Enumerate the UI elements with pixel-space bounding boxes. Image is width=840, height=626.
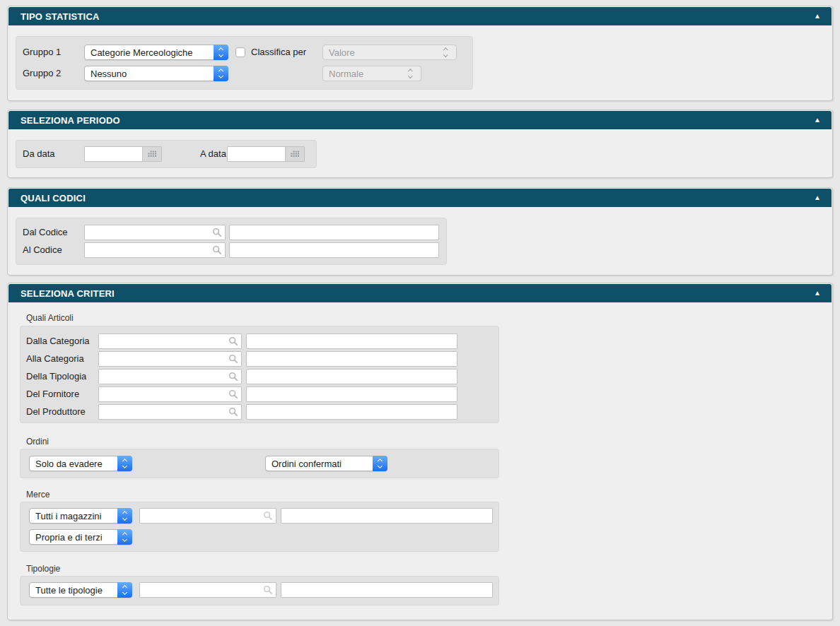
della-tipologia-search-field (98, 369, 242, 384)
search-icon (263, 511, 273, 521)
al-codice-search-field (84, 242, 226, 258)
calendar-icon[interactable] (285, 147, 304, 161)
del-fornitore-desc-input[interactable] (246, 386, 457, 402)
ordini-evasione-select-value: Solo da evadere (35, 459, 115, 469)
search-icon (212, 228, 222, 237)
chevron-updown-icon (117, 508, 132, 524)
merce-magazzino-desc-input[interactable] (281, 508, 493, 524)
dalla-categoria-label: Dalla Categoria (26, 336, 90, 347)
gruppo2-select[interactable]: Nessuno (84, 66, 228, 81)
gruppo1-select-value: Categorie Merceologiche (91, 47, 211, 58)
search-icon (228, 389, 238, 399)
del-fornitore-search-field (98, 386, 242, 402)
della-tipologia-input[interactable] (98, 369, 242, 384)
ordini-section-label: Ordini (26, 437, 49, 447)
dalla-categoria-search-field (98, 333, 242, 349)
tipologie-select[interactable]: Tutte le tipologie (29, 582, 132, 598)
dalla-categoria-input[interactable] (98, 333, 242, 349)
tipologie-desc-input[interactable] (281, 582, 493, 598)
panel-header-seleziona-criteri[interactable]: SELEZIONA CRITERI ▲ (8, 284, 832, 302)
panel-body: Da data A data (8, 130, 832, 179)
classifica-modo-select-value: Normale (329, 69, 404, 79)
search-icon (228, 372, 238, 382)
da-data-label: Da data (23, 148, 55, 160)
gruppo1-select[interactable]: Categorie Merceologiche (84, 45, 228, 60)
merce-magazzini-select-value: Tutti i magazzini (35, 511, 115, 521)
gruppo2-label: Gruppo 2 (23, 68, 61, 79)
collapse-arrow-icon[interactable]: ▲ (814, 189, 832, 207)
panel-header-quali-codici[interactable]: QUALI CODICI ▲ (8, 189, 832, 207)
dal-codice-desc-input[interactable] (229, 225, 439, 240)
panel-title: TIPO STATISTICA (8, 11, 100, 22)
panel-seleziona-criteri: SELEZIONA CRITERI ▲ Quali Articoli Dalla… (7, 283, 833, 620)
panel-body: Quali Articoli Dalla Categoria Alla Cate… (8, 303, 832, 622)
chevron-updown-icon (438, 45, 453, 60)
quali-articoli-section-label: Quali Articoli (26, 313, 74, 323)
search-icon (263, 585, 273, 595)
chevron-updown-icon (117, 456, 132, 471)
search-icon (228, 354, 238, 364)
classifica-per-checkbox[interactable] (235, 47, 245, 57)
dalla-categoria-desc-input[interactable] (246, 333, 457, 349)
panel-body: Gruppo 1 Categorie Merceologiche Classif… (8, 26, 832, 102)
da-data-field (84, 146, 162, 162)
panel-tipo-statistica: TIPO STATISTICA ▲ Gruppo 1 Categorie Mer… (7, 6, 833, 101)
gruppo2-select-value: Nessuno (91, 69, 211, 79)
classifica-tipo-select: Valore (322, 45, 457, 60)
gruppo1-label: Gruppo 1 (23, 47, 61, 58)
search-icon (228, 407, 238, 417)
search-icon (212, 245, 222, 255)
della-tipologia-label: Della Tipologia (26, 371, 86, 382)
al-codice-label: Al Codice (23, 244, 62, 256)
merce-proprieta-select[interactable]: Propria e di terzi (29, 529, 132, 545)
merce-magazzino-input[interactable] (139, 508, 276, 524)
merce-magazzino-search-field (139, 508, 276, 524)
collapse-arrow-icon[interactable]: ▲ (814, 7, 832, 25)
a-data-field (227, 146, 305, 162)
calendar-icon[interactable] (142, 147, 161, 161)
classifica-modo-select: Normale (322, 66, 421, 81)
alla-categoria-desc-input[interactable] (246, 351, 457, 367)
ordini-evasione-select[interactable]: Solo da evadere (29, 456, 132, 471)
alla-categoria-search-field (98, 351, 242, 367)
dal-codice-search-field (84, 225, 226, 240)
tipologie-code-input[interactable] (139, 582, 276, 598)
panel-header-seleziona-periodo[interactable]: SELEZIONA PERIODO ▲ (8, 111, 832, 129)
alla-categoria-input[interactable] (98, 351, 242, 367)
collapse-arrow-icon[interactable]: ▲ (814, 111, 832, 129)
panel-body: Dal Codice Al Codice (8, 208, 832, 277)
al-codice-input[interactable] (84, 242, 226, 258)
tipologie-select-value: Tutte le tipologie (35, 585, 115, 596)
del-fornitore-label: Del Fornitore (26, 389, 79, 400)
classifica-tipo-select-value: Valore (329, 47, 439, 58)
merce-section-label: Merce (26, 490, 49, 500)
chevron-updown-icon (214, 45, 228, 60)
panel-title: SELEZIONA CRITERI (8, 288, 115, 299)
a-data-label: A data (200, 148, 226, 160)
panel-header-tipo-statistica[interactable]: TIPO STATISTICA ▲ (8, 7, 832, 25)
collapse-arrow-icon[interactable]: ▲ (814, 284, 832, 302)
alla-categoria-label: Alla Categoria (26, 353, 84, 365)
ordini-conferma-select-value: Ordini confermati (272, 459, 370, 469)
chevron-updown-icon (117, 582, 132, 598)
al-codice-desc-input[interactable] (229, 242, 439, 258)
merce-magazzini-select[interactable]: Tutti i magazzini (29, 508, 132, 524)
chevron-updown-icon (214, 66, 228, 81)
panel-title: QUALI CODICI (8, 193, 86, 203)
search-icon (228, 336, 238, 346)
chevron-updown-icon (373, 456, 387, 471)
del-fornitore-input[interactable] (98, 386, 242, 402)
panel-title: SELEZIONA PERIODO (8, 115, 120, 126)
del-produttore-label: Del Produttore (26, 406, 86, 418)
ordini-conferma-select[interactable]: Ordini confermati (265, 456, 387, 471)
dal-codice-label: Dal Codice (23, 227, 68, 238)
del-produttore-input[interactable] (98, 404, 242, 420)
dal-codice-input[interactable] (84, 225, 226, 240)
chevron-updown-icon (403, 66, 418, 81)
del-produttore-search-field (98, 404, 242, 420)
panel-seleziona-periodo: SELEZIONA PERIODO ▲ Da data A data (7, 110, 833, 178)
tipologie-search-field (139, 582, 276, 598)
del-produttore-desc-input[interactable] (246, 404, 457, 420)
della-tipologia-desc-input[interactable] (246, 369, 457, 384)
merce-proprieta-select-value: Propria e di terzi (35, 532, 115, 543)
